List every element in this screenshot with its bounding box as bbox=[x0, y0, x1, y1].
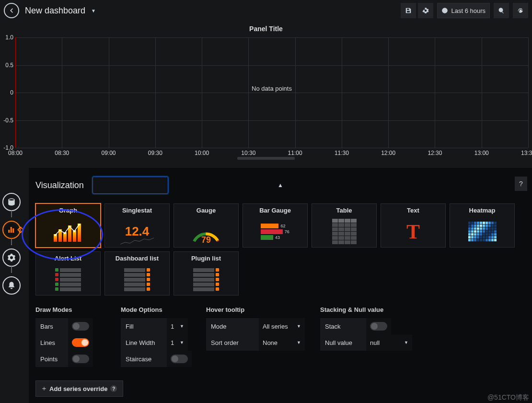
collapse-toggle[interactable]: ▲ bbox=[278, 182, 283, 189]
option-label: Points bbox=[35, 351, 68, 367]
x-axis-tick: 10:00 bbox=[195, 150, 209, 156]
viz-card-label: Heatmap bbox=[469, 207, 496, 214]
list-thumb-icon bbox=[193, 268, 219, 291]
select[interactable]: null▼ bbox=[366, 334, 412, 351]
toggle[interactable] bbox=[370, 322, 387, 331]
time-range-label: Last 6 hours bbox=[451, 7, 486, 14]
back-button[interactable] bbox=[4, 3, 19, 18]
gear-icon bbox=[422, 7, 429, 14]
database-icon bbox=[7, 198, 16, 206]
viz-card-alert-list[interactable]: Alert List bbox=[35, 251, 101, 296]
option-row: Lines bbox=[35, 334, 107, 351]
viz-card-label: Dashboard list bbox=[116, 255, 159, 262]
option-row: ModeAll series▼ bbox=[206, 318, 307, 334]
singlestat-sample: 12.4 bbox=[125, 224, 150, 239]
viz-search[interactable] bbox=[93, 177, 168, 194]
y-axis-tick: 0 bbox=[2, 89, 13, 96]
editor-panel: Visualization ▲ ? GraphSinglestat12.4Gau… bbox=[29, 168, 532, 403]
hover-tooltip-group: Hover tooltip ModeAll series▼Sort orderN… bbox=[206, 306, 307, 367]
group-label: Hover tooltip bbox=[206, 306, 307, 313]
option-row: Stack bbox=[320, 318, 421, 334]
select[interactable]: 1▼ bbox=[167, 318, 188, 334]
option-label: Staircase bbox=[121, 351, 167, 367]
toggle[interactable] bbox=[72, 338, 89, 347]
viz-card-text[interactable]: TextT bbox=[381, 203, 446, 248]
option-label: Bars bbox=[35, 318, 68, 334]
option-row: Staircase bbox=[121, 351, 193, 367]
x-axis-tick: 12:30 bbox=[428, 150, 442, 156]
refresh-button[interactable] bbox=[513, 3, 528, 18]
stacking-group: Stacking & Null value StackNull valuenul… bbox=[320, 306, 421, 367]
y-axis-tick: 0.5 bbox=[2, 62, 13, 69]
viz-card-dashboard-list[interactable]: Dashboard list bbox=[104, 251, 170, 296]
select[interactable]: All series▼ bbox=[259, 318, 305, 334]
time-range-button[interactable]: Last 6 hours bbox=[437, 3, 490, 18]
toggle[interactable] bbox=[72, 322, 89, 331]
x-axis-tick: 12:00 bbox=[381, 150, 395, 156]
zoom-out-button[interactable] bbox=[494, 3, 509, 18]
caret-down-icon[interactable]: ▼ bbox=[91, 8, 96, 13]
list-thumb-icon bbox=[124, 268, 150, 291]
select[interactable]: 1▼ bbox=[167, 334, 188, 351]
x-axis-tick: 13:30 bbox=[521, 150, 532, 156]
x-axis-tick: 09:30 bbox=[148, 150, 162, 156]
viz-card-bar-gauge[interactable]: Bar Gauge627643 bbox=[243, 203, 308, 248]
bell-icon bbox=[7, 281, 16, 290]
option-row: Null valuenull▼ bbox=[320, 334, 421, 351]
add-override-label: Add series override bbox=[49, 385, 107, 392]
viz-search-input[interactable] bbox=[100, 182, 180, 189]
rail-alert[interactable] bbox=[1, 272, 22, 299]
save-icon bbox=[405, 7, 412, 14]
x-axis-tick: 11:30 bbox=[335, 150, 349, 156]
settings-button[interactable] bbox=[418, 3, 433, 18]
viz-card-table[interactable]: Table bbox=[312, 203, 377, 248]
svg-point-11 bbox=[78, 224, 80, 225]
dashboard-title[interactable]: New dashboard bbox=[25, 6, 85, 16]
viz-card-plugin-list[interactable]: Plugin list bbox=[173, 251, 239, 296]
option-label: Mode bbox=[206, 318, 259, 334]
option-row: Bars bbox=[35, 318, 107, 334]
option-row: Sort orderNone▼ bbox=[206, 334, 307, 351]
option-row: Line Width1▼ bbox=[121, 334, 193, 351]
svg-point-9 bbox=[69, 225, 70, 227]
add-series-override-button[interactable]: Add series override ? bbox=[35, 380, 123, 397]
viz-card-singlestat[interactable]: Singlestat12.4 bbox=[104, 203, 170, 248]
option-row: Fill1▼ bbox=[121, 318, 193, 334]
toggle[interactable] bbox=[72, 355, 89, 363]
svg-point-7 bbox=[59, 229, 61, 231]
x-axis-tick: 10:30 bbox=[241, 150, 255, 156]
viz-card-gauge[interactable]: Gauge79 bbox=[173, 203, 239, 248]
y-axis-tick: -0.5 bbox=[2, 117, 13, 124]
mode-options-group: Mode Options Fill1▼Line Width1▼Staircase bbox=[121, 306, 193, 367]
panel-resize-handle[interactable] bbox=[237, 157, 295, 160]
graph-options: Draw Modes BarsLinesPoints Mode Options … bbox=[35, 306, 525, 367]
toggle[interactable] bbox=[171, 355, 188, 363]
panel-title[interactable]: Panel Title bbox=[2, 21, 530, 35]
viz-card-graph[interactable]: Graph bbox=[35, 203, 101, 248]
option-label: Stack bbox=[320, 318, 366, 334]
option-label: Null value bbox=[320, 334, 366, 351]
select[interactable]: None▼ bbox=[259, 334, 305, 351]
x-axis-tick: 11:00 bbox=[288, 150, 302, 156]
arrow-left-icon bbox=[8, 7, 15, 14]
viz-card-label: Text bbox=[407, 207, 419, 214]
no-data-label: No data points bbox=[252, 85, 292, 92]
info-icon: ? bbox=[110, 385, 117, 392]
option-row: Points bbox=[35, 351, 107, 367]
save-button[interactable] bbox=[401, 3, 416, 18]
help-button[interactable]: ? bbox=[515, 177, 527, 191]
heatmap-thumb-icon bbox=[468, 222, 497, 241]
watermark: @51CTO博客 bbox=[487, 393, 529, 402]
group-label: Mode Options bbox=[121, 306, 193, 313]
clock-icon bbox=[441, 7, 448, 14]
viz-card-label: Alert List bbox=[55, 255, 81, 262]
chart-area[interactable]: 1.00.50-0.5-1.008:0008:3009:0009:3010:00… bbox=[15, 35, 528, 157]
viz-card-label: Plugin list bbox=[191, 255, 221, 262]
viz-card-label: Table bbox=[336, 207, 352, 214]
x-axis-tick: 09:00 bbox=[102, 150, 116, 156]
option-label: Line Width bbox=[121, 334, 167, 351]
viz-card-heatmap[interactable]: Heatmap bbox=[450, 203, 515, 248]
svg-point-8 bbox=[64, 232, 66, 234]
x-axis-tick: 08:00 bbox=[8, 150, 23, 156]
option-label: Fill bbox=[121, 318, 167, 334]
